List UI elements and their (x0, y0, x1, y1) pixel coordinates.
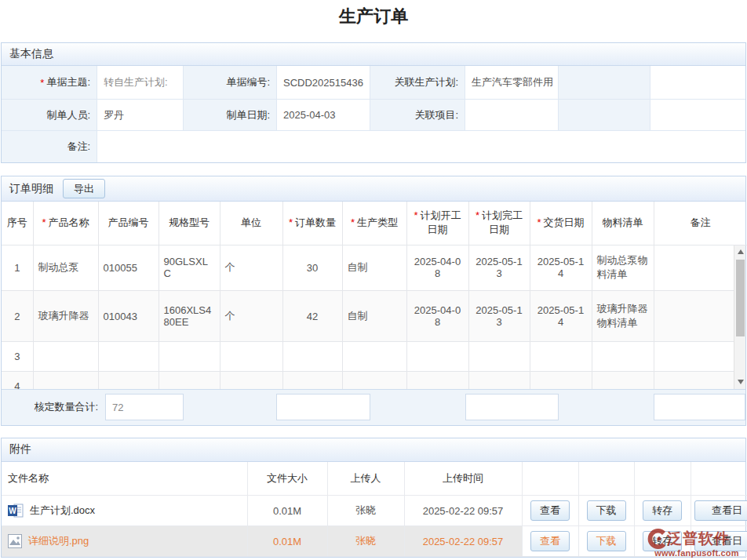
order-detail-title: 订单明细 (9, 182, 53, 196)
related-project-label: 关联项目: (370, 100, 465, 131)
maker-value: 罗丹 (97, 100, 184, 131)
spare-value-cell-2 (650, 100, 745, 131)
col-uploader: 上传人 (327, 462, 404, 496)
file-name-cell: 详细说明.png (2, 526, 247, 557)
remark-label: 备注: (2, 131, 97, 162)
arrow-down-icon (738, 380, 744, 384)
required-asterisk: * (40, 77, 44, 89)
table-row: 3 (2, 342, 734, 372)
attachment-row: 详细说明.png 0.01M 张晓 2025-02-22 09:57 查看 下载… (2, 526, 747, 557)
file-name-link[interactable]: 详细说明.png (28, 534, 89, 548)
col-action-1 (522, 462, 578, 496)
scroll-up-button[interactable] (734, 246, 746, 258)
required-asterisk: * (289, 216, 293, 228)
order-no-value: SCDD202515436 (277, 66, 370, 100)
scroll-down-button[interactable] (734, 376, 746, 388)
col-upload-time: 上传时间 (404, 462, 522, 496)
maker-label: 制单人员: (2, 100, 97, 131)
col-plan-finish: *计划完工日期 (468, 202, 530, 245)
table-row: 4 (2, 372, 734, 389)
col-qty: *订单数量 (282, 202, 342, 245)
col-bom: 物料清单 (592, 202, 654, 245)
svg-text:W: W (9, 507, 16, 515)
total-row: 核定数量合计: 72 (2, 389, 745, 425)
arrow-up-icon (738, 249, 744, 254)
order-detail-header: 订单明细 导出 (2, 176, 745, 202)
uploader: 张晓 (327, 526, 404, 557)
file-size: 0.01M (247, 526, 327, 557)
col-product-code: 产品编号 (98, 202, 159, 245)
total-spare-box-3 (654, 394, 745, 420)
col-product-name: *产品名称 (33, 202, 98, 245)
scrollbar-thumb[interactable] (736, 260, 745, 336)
total-spare-box-1 (276, 394, 370, 420)
download-button[interactable]: 下载 (587, 500, 626, 521)
file-name-link[interactable]: 生产计划.docx (30, 504, 95, 518)
view-log-button[interactable]: 查看日 (694, 500, 747, 521)
upload-time: 2025-02-22 09:57 (404, 496, 522, 526)
image-icon (8, 534, 22, 548)
basic-info-section: 基本信息 *单据主题: 转自生产计划: 单据编号: SCDD202515436 … (1, 42, 746, 163)
col-action-2 (578, 462, 634, 496)
attachments-header: 附件 (2, 438, 745, 462)
make-date-value: 2025-04-03 (277, 100, 370, 131)
col-unit: 单位 (220, 202, 282, 245)
upload-time: 2025-02-22 09:57 (404, 526, 522, 557)
col-file-name: 文件名称 (2, 462, 247, 496)
uploader: 张晓 (327, 496, 404, 526)
required-asterisk: * (42, 216, 46, 228)
subject-label: *单据主题: (2, 66, 97, 100)
table-row: 1 制动总泵 010055 90GLSXLC 个 30 自制 2025-04-0… (2, 245, 734, 291)
file-name-cell: W 生产计划.docx (2, 496, 247, 526)
word-icon: W (8, 504, 24, 518)
view-button[interactable]: 查看 (530, 500, 570, 521)
col-spec: 规格型号 (159, 202, 220, 245)
view-log-button[interactable]: 查看日 (694, 531, 747, 551)
required-asterisk: * (351, 216, 355, 228)
order-no-label: 单据编号: (184, 66, 277, 100)
attachments-section: 附件 文件名称 文件大小 上传人 上传时间 (1, 438, 746, 558)
file-size: 0.01M (247, 496, 327, 526)
save-as-button[interactable]: 转存 (643, 531, 682, 551)
page-title: 生产订单 (0, 0, 747, 30)
approved-qty-total-value: 72 (105, 394, 184, 420)
order-detail-table-header: 序号 *产品名称 产品编号 规格型号 单位 *订单数量 *生产类型 *计划开工日… (2, 202, 747, 245)
view-button[interactable]: 查看 (530, 531, 570, 551)
spare-label-cell-1 (559, 66, 650, 100)
order-detail-body: 1 制动总泵 010055 90GLSXLC 个 30 自制 2025-04-0… (2, 245, 734, 389)
basic-info-grid: *单据主题: 转自生产计划: 单据编号: SCDD202515436 关联生产计… (2, 66, 745, 162)
table-row: 2 玻璃升降器 010043 1606XLS480EE 个 42 自制 2025… (2, 291, 734, 342)
export-button[interactable]: 导出 (63, 179, 105, 199)
approved-qty-total-label: 核定数量合计: (2, 400, 98, 414)
remark-value (97, 131, 745, 162)
related-plan-label: 关联生产计划: (370, 66, 465, 100)
col-seq: 序号 (2, 202, 33, 245)
save-as-button[interactable]: 转存 (643, 500, 682, 521)
attachment-row: W 生产计划.docx 0.01M 张晓 2025-02-22 09:57 查看… (2, 496, 747, 526)
order-detail-section: 订单明细 导出 序号 *产品名称 产品编号 规格型号 单位 *订单数量 *生产类… (1, 176, 746, 426)
required-asterisk: * (414, 209, 417, 221)
col-prod-type: *生产类型 (342, 202, 406, 245)
vertical-scrollbar[interactable] (734, 245, 745, 389)
spare-label-cell-2 (559, 100, 650, 131)
attachments-header-row: 文件名称 文件大小 上传人 上传时间 (2, 462, 747, 496)
required-asterisk: * (476, 209, 479, 221)
col-action-3 (634, 462, 691, 496)
download-button[interactable]: 下载 (587, 531, 626, 551)
related-plan-value: 生产汽车零部件用 (465, 66, 559, 100)
make-date-label: 制单日期: (184, 100, 277, 131)
total-spare-box-2 (465, 394, 559, 420)
col-plan-start: *计划开工日期 (406, 202, 468, 245)
subject-value: 转自生产计划: (97, 66, 184, 100)
col-action-4 (691, 462, 747, 496)
col-remark: 备注 (654, 202, 747, 245)
basic-info-header: 基本信息 (2, 43, 745, 66)
required-asterisk: * (537, 216, 541, 228)
col-file-size: 文件大小 (247, 462, 327, 496)
related-project-value (465, 100, 559, 131)
col-delivery: *交货日期 (530, 202, 592, 245)
spare-value-cell-1 (650, 66, 745, 100)
attachments-table: 文件名称 文件大小 上传人 上传时间 W (2, 462, 747, 558)
